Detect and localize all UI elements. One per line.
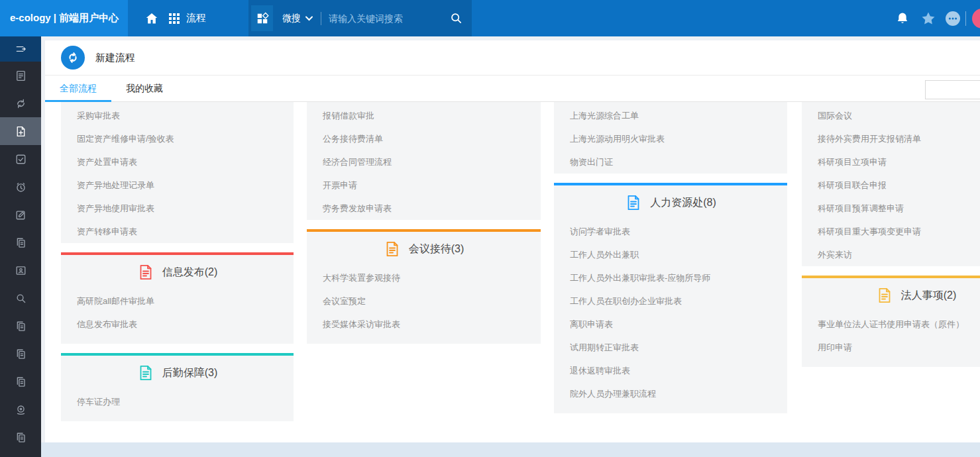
process-link[interactable]: 信息发布审批表	[61, 313, 294, 336]
category-document-icon	[384, 240, 401, 258]
process-link[interactable]: 报销借款审批	[307, 104, 541, 127]
process-link[interactable]: 访问学者审批表	[554, 220, 787, 243]
tab-my-favorites[interactable]: 我的收藏	[111, 76, 178, 102]
process-link[interactable]: 大科学装置参观接待	[307, 266, 541, 289]
search-scope-select[interactable]: 微搜	[282, 13, 313, 25]
process-link[interactable]: 工作人员外出兼职审批表-应物所导师	[554, 266, 787, 289]
copy-documents-icon	[15, 431, 27, 444]
tab-label: 全部流程	[60, 83, 97, 93]
process-columns: 采购审批表固定资产维修申请/验收表资产处置申请表资产异地处理记录单资产异地使用审…	[45, 102, 980, 441]
category-title: 后勤保障(3)	[162, 366, 218, 380]
user-avatar[interactable]	[972, 9, 980, 28]
workflow-panel: 新建流程 全部流程 我的收藏 采购审批表固定资产维修申请/验收表资产处置申请表资…	[45, 40, 980, 442]
filter-input[interactable]	[925, 80, 980, 99]
topbar: e-cology | 前端用户中心 流程	[0, 0, 980, 36]
category-header: 人力资源处(8)	[554, 185, 787, 205]
sidebar-item-copy-documents[interactable]	[0, 312, 41, 340]
grid-menu-icon	[168, 13, 180, 25]
process-link[interactable]: 科研项目联合申报	[802, 174, 980, 197]
process-link[interactable]: 国际会议	[802, 104, 980, 127]
process-link[interactable]: 会议室预定	[307, 289, 541, 313]
process-link[interactable]: 资产转移申请表	[61, 220, 294, 243]
main-area: 新建流程 全部流程 我的收藏 采购审批表固定资产维修申请/验收表资产处置申请表资…	[41, 36, 980, 457]
process-column: 国际会议接待外宾费用开支报销清单科研项目立项申请科研项目联合申报科研项目预算调整…	[802, 102, 980, 376]
process-link[interactable]: 退休返聘审批表	[554, 359, 787, 382]
process-link[interactable]: 公务接待费清单	[307, 127, 541, 150]
apps-switcher-button[interactable]	[251, 5, 273, 31]
sidebar	[0, 36, 41, 457]
process-link[interactable]: 科研项目重大事项变更申请	[802, 220, 980, 243]
sidebar-item-copy-documents[interactable]	[0, 228, 41, 256]
more-options-icon[interactable]	[944, 10, 961, 27]
page-header: 新建流程	[45, 40, 980, 76]
process-link[interactable]: 外宾来访	[802, 243, 980, 266]
sidebar-item-draft-edit[interactable]	[0, 201, 41, 228]
copy-documents-icon	[15, 320, 27, 332]
copy-documents-icon	[15, 236, 27, 249]
category-title: 会议接待(3)	[409, 242, 464, 256]
process-link[interactable]: 物资出门证	[554, 150, 787, 174]
search-icon[interactable]	[450, 12, 463, 25]
process-link[interactable]: 用印申请	[802, 336, 980, 359]
category-header: 后勤保障(3)	[61, 356, 294, 376]
apps-icon	[256, 12, 269, 25]
search-scope-label: 微搜	[282, 13, 301, 25]
favorites-star-icon[interactable]	[920, 11, 936, 26]
process-link[interactable]: 资产异地处理记录单	[61, 174, 294, 197]
process-link[interactable]: 接受媒体采访审批表	[307, 313, 541, 336]
process-link[interactable]: 采购审批表	[61, 104, 294, 127]
process-link[interactable]: 开票申请	[307, 174, 541, 197]
process-link[interactable]: 接待外宾费用开支报销清单	[802, 127, 980, 150]
category-title: 信息发布(2)	[162, 266, 218, 279]
sidebar-item-copy-documents[interactable]	[0, 423, 41, 451]
sidebar-item-copy-documents[interactable]	[0, 368, 41, 395]
sidebar-item-copy-documents[interactable]	[0, 340, 41, 368]
process-link[interactable]: 工作人员外出兼职	[554, 243, 787, 266]
sidebar-item-monitor-webcam[interactable]	[0, 395, 41, 423]
process-link[interactable]: 停车证办理	[61, 390, 294, 413]
process-link[interactable]: 科研项目立项申请	[802, 150, 980, 174]
category-card: 会议接待(3)大科学装置参观接待会议室预定接受媒体采访审批表	[307, 229, 541, 344]
sidebar-item-todo-check[interactable]	[0, 145, 41, 173]
process-column: 采购审批表固定资产维修申请/验收表资产处置申请表资产异地处理记录单资产异地使用审…	[61, 102, 294, 431]
workflow-badge-icon	[61, 46, 85, 70]
process-link[interactable]: 经济合同管理流程	[307, 150, 541, 174]
process-link[interactable]: 离职申请表	[554, 313, 787, 336]
category-document-icon	[876, 287, 893, 304]
process-card: 上海光源综合工单上海光源动用明火审批表物资出门证	[554, 102, 787, 174]
sidebar-item-workflow-sync[interactable]	[0, 89, 41, 117]
process-card: 国际会议接待外宾费用开支报销清单科研项目立项申请科研项目联合申报科研项目预算调整…	[802, 102, 980, 266]
sidebar-item-contact-card[interactable]	[0, 256, 41, 284]
sidebar-item-pending-clock[interactable]	[0, 173, 41, 201]
process-link[interactable]: 院外人员办理兼职流程	[554, 382, 787, 405]
process-link[interactable]: 事业单位法人证书使用申请表（原件）	[802, 313, 980, 336]
sidebar-item-new-document[interactable]	[0, 117, 41, 145]
process-column: 上海光源综合工单上海光源动用明火审批表物资出门证人力资源处(8)访问学者审批表工…	[554, 102, 787, 423]
sidebar-item-search[interactable]	[0, 284, 41, 312]
notifications-bell-icon[interactable]	[895, 11, 910, 26]
category-card: 法人事项(2)事业单位法人证书使用申请表（原件）用印申请	[802, 276, 980, 367]
process-link[interactable]: 劳务费发放申请表	[307, 197, 541, 220]
process-link[interactable]: 上海光源动用明火审批表	[554, 127, 787, 150]
footer-strip	[41, 442, 980, 457]
workflow-sync-icon	[15, 97, 27, 110]
process-link[interactable]: 科研项目预算调整申请	[802, 197, 980, 220]
home-icon	[144, 11, 159, 26]
process-link[interactable]: 试用期转正审批表	[554, 336, 787, 359]
process-link[interactable]: 工作人员在职创办企业审批表	[554, 289, 787, 313]
nav-workflow[interactable]: 流程	[168, 0, 206, 36]
process-link[interactable]: 固定资产维修申请/验收表	[61, 127, 294, 150]
process-link[interactable]: 资产异地使用审批表	[61, 197, 294, 220]
sidebar-item-form-document[interactable]	[0, 62, 41, 89]
tab-label: 我的收藏	[126, 83, 163, 93]
sidebar-toggle-icon	[15, 43, 27, 56]
process-link[interactable]: 资产处置申请表	[61, 150, 294, 174]
category-title: 法人事项(2)	[901, 289, 957, 303]
process-link[interactable]: 上海光源综合工单	[554, 104, 787, 127]
sidebar-item-sidebar-toggle[interactable]	[0, 36, 41, 62]
brand[interactable]: e-cology | 前端用户中心	[0, 0, 128, 36]
home-button[interactable]	[140, 7, 163, 30]
global-search-input[interactable]	[329, 13, 446, 24]
process-link[interactable]: 高研院all邮件审批单	[61, 289, 294, 313]
tab-all-processes[interactable]: 全部流程	[45, 76, 111, 102]
